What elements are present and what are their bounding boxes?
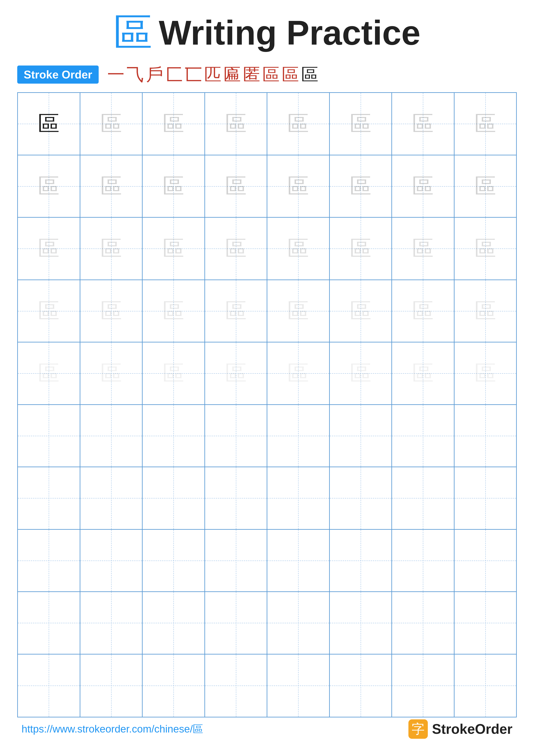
grid-cell[interactable]	[142, 592, 205, 655]
title-chinese-char: 區	[114, 14, 152, 52]
grid-cell[interactable]	[18, 467, 80, 530]
grid-cell[interactable]	[205, 405, 267, 468]
grid-cell[interactable]	[330, 655, 392, 717]
grid-cell[interactable]: 區	[18, 155, 80, 218]
grid-cell[interactable]	[18, 530, 80, 592]
grid-cell[interactable]: 區	[267, 280, 330, 343]
grid-cell[interactable]: 區	[205, 155, 267, 218]
grid-cell[interactable]	[454, 592, 516, 655]
grid-cell[interactable]	[454, 405, 516, 468]
cell-char: 區	[100, 296, 122, 325]
grid-cell[interactable]: 區	[142, 342, 205, 405]
grid-cell[interactable]	[392, 467, 454, 530]
grid-cell[interactable]	[330, 467, 392, 530]
cell-char: 區	[474, 234, 496, 263]
cell-char: 區	[163, 109, 184, 138]
grid-cell[interactable]	[142, 467, 205, 530]
grid-cell[interactable]	[454, 655, 516, 717]
cell-char: 區	[163, 234, 184, 263]
brand-name: StrokeOrder	[432, 721, 513, 737]
grid-cell[interactable]: 區	[80, 280, 143, 343]
grid-cell[interactable]: 區	[18, 218, 80, 280]
grid-cell[interactable]	[267, 655, 330, 717]
grid-cell[interactable]	[454, 530, 516, 592]
grid-cell[interactable]	[18, 592, 80, 655]
grid-cell[interactable]: 區	[330, 155, 392, 218]
grid-row-2: 區 區 區 區 區 區 區 區	[18, 155, 516, 218]
grid-cell[interactable]	[392, 405, 454, 468]
cell-char: 區	[38, 359, 60, 388]
grid-cell[interactable]	[142, 405, 205, 468]
grid-cell[interactable]: 區	[80, 342, 143, 405]
footer-url[interactable]: https://www.strokeorder.com/chinese/區	[21, 722, 203, 736]
grid-cell[interactable]	[80, 592, 143, 655]
cell-char: 區	[350, 172, 371, 201]
grid-cell[interactable]	[392, 655, 454, 717]
grid-cell[interactable]	[392, 530, 454, 592]
grid-cell[interactable]	[142, 655, 205, 717]
grid-cell[interactable]: 區	[267, 342, 330, 405]
stroke-step-9: 區	[262, 66, 280, 83]
grid-cell[interactable]: 區	[80, 155, 143, 218]
grid-cell[interactable]: 區	[392, 155, 454, 218]
grid-cell[interactable]: 區	[330, 280, 392, 343]
grid-cell[interactable]: 區	[392, 93, 454, 155]
grid-cell[interactable]: 區	[205, 280, 267, 343]
grid-cell[interactable]: 區	[454, 280, 516, 343]
grid-cell[interactable]	[18, 655, 80, 717]
grid-cell[interactable]: 區	[142, 218, 205, 280]
grid-cell[interactable]: 區	[80, 93, 143, 155]
grid-cell[interactable]: 區	[80, 218, 143, 280]
grid-cell[interactable]: 區	[392, 218, 454, 280]
grid-cell[interactable]: 區	[142, 280, 205, 343]
stroke-sequence: 一 ⺄ 戶 匚 匸 匹 匾 匿 區 區 區	[107, 66, 318, 83]
stroke-step-4: 匚	[165, 66, 183, 83]
grid-cell[interactable]: 區	[205, 218, 267, 280]
grid-cell[interactable]: 區	[18, 280, 80, 343]
grid-cell[interactable]	[80, 530, 143, 592]
stroke-step-7: 匾	[224, 66, 241, 83]
grid-cell[interactable]	[330, 530, 392, 592]
cell-char: 區	[287, 109, 309, 138]
grid-cell[interactable]	[80, 467, 143, 530]
grid-cell[interactable]: 區	[330, 218, 392, 280]
grid-cell[interactable]: 區	[330, 93, 392, 155]
grid-cell[interactable]: 區	[142, 93, 205, 155]
grid-row-5: 區 區 區 區 區 區 區 區	[18, 342, 516, 405]
grid-cell[interactable]	[330, 405, 392, 468]
grid-cell[interactable]: 區	[18, 342, 80, 405]
grid-cell[interactable]	[205, 592, 267, 655]
grid-cell[interactable]: 區	[205, 93, 267, 155]
stroke-step-10: 區	[282, 66, 299, 83]
grid-cell[interactable]: 區	[454, 218, 516, 280]
grid-cell[interactable]: 區	[454, 93, 516, 155]
grid-cell[interactable]	[267, 530, 330, 592]
grid-cell[interactable]	[80, 405, 143, 468]
grid-cell[interactable]: 區	[392, 280, 454, 343]
grid-cell[interactable]: 區	[267, 155, 330, 218]
grid-cell[interactable]: 區	[205, 342, 267, 405]
grid-cell[interactable]	[80, 655, 143, 717]
grid-cell[interactable]	[330, 592, 392, 655]
grid-cell[interactable]	[142, 530, 205, 592]
grid-row-1: 區 區 區 區 區 區 區 區	[18, 93, 516, 155]
grid-cell[interactable]: 區	[267, 218, 330, 280]
grid-cell[interactable]: 區	[18, 93, 80, 155]
grid-cell[interactable]	[205, 655, 267, 717]
grid-cell[interactable]	[18, 405, 80, 468]
grid-cell[interactable]	[267, 467, 330, 530]
grid-cell[interactable]	[454, 467, 516, 530]
grid-cell[interactable]: 區	[330, 342, 392, 405]
grid-cell[interactable]	[267, 592, 330, 655]
grid-cell[interactable]: 區	[454, 342, 516, 405]
grid-cell[interactable]	[205, 530, 267, 592]
grid-cell[interactable]: 區	[142, 155, 205, 218]
stroke-step-2: ⺄	[127, 66, 144, 83]
grid-cell[interactable]: 區	[392, 342, 454, 405]
grid-cell[interactable]: 區	[454, 155, 516, 218]
grid-cell[interactable]	[205, 467, 267, 530]
grid-row-10	[18, 655, 516, 717]
grid-cell[interactable]	[392, 592, 454, 655]
grid-cell[interactable]: 區	[267, 93, 330, 155]
grid-cell[interactable]	[267, 405, 330, 468]
